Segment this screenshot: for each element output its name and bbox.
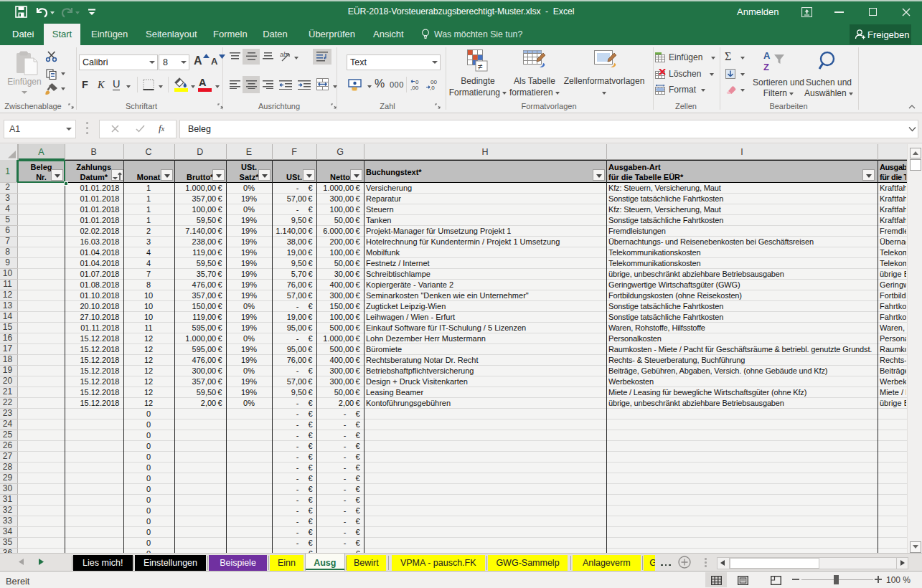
svg-text:,00: ,00 [410,85,419,90]
svg-text:,0: ,0 [430,85,435,90]
svg-text:≠: ≠ [478,62,483,72]
